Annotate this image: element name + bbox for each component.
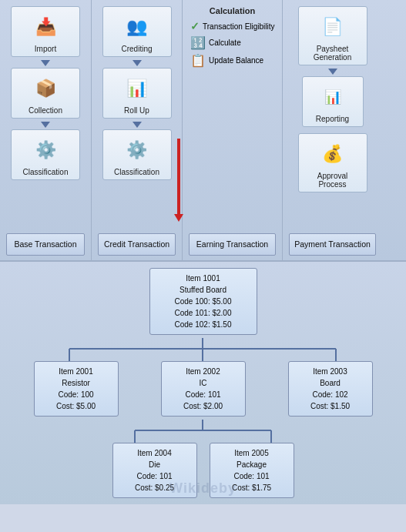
paysheet-box: 📄 Paysheet Generation (298, 6, 367, 65)
node2003-line1: Item 2003 (294, 366, 367, 377)
reporting-box: 📊 Reporting (302, 76, 364, 127)
classification-label1: Classification (16, 168, 75, 176)
node2005-line2: Package (215, 459, 289, 470)
classification-label2: Classification (108, 168, 166, 176)
credit-transaction-label: Credit Transaction (104, 239, 169, 249)
approval-label: Approval Process (304, 172, 362, 189)
tree-level2: Item 2004 Die Code: 101 Cost: $0.25 Item… (0, 443, 406, 498)
arrow2 (41, 122, 50, 128)
arrow5 (328, 69, 337, 75)
earning-transaction-label: Earning Transaction (196, 239, 268, 249)
root-line4: Code 101: $2.00 (155, 307, 252, 319)
node2004-line1: Item 2004 (118, 447, 192, 459)
base-transaction-box: Base Transaction (6, 233, 85, 256)
import-icon: 📥 (29, 12, 62, 42)
base-transaction-label: Base Transaction (14, 239, 76, 249)
classification-box1: ⚙️ Classification (11, 129, 80, 180)
node2001-line4: Cost: $5.00 (39, 400, 113, 412)
node2001-line2: Resistor (39, 377, 113, 389)
approval-box: 💰 Approval Process (298, 133, 367, 192)
import-box: 📥 Import (11, 6, 80, 57)
calculate-row: 🔢 Calculate (186, 35, 279, 50)
rollup-box: 📊 Roll Up (102, 68, 172, 119)
tree-level0: Item 1001 Stuffed Board Code 100: $5.00 … (0, 268, 406, 335)
node2005-line1: Item 2005 (215, 447, 289, 459)
tree-node-2003: Item 2003 Board Code: 102 Cost: $1.50 (288, 361, 373, 417)
connector-svg-1 (0, 338, 406, 361)
reporting-approval-row: 📊 Reporting (286, 69, 379, 130)
connector-svg-2 (0, 420, 406, 443)
collection-icon: 📦 (29, 73, 62, 104)
reporting-label: Reporting (307, 115, 358, 123)
tree-level1: Item 2001 Resistor Code: 100 Cost: $5.00… (0, 361, 406, 417)
root-line2: Stuffed Board (155, 284, 252, 296)
tree-node-2002: Item 2002 IC Code: 101 Cost: $2.00 (161, 361, 246, 417)
crediting-icon: 👥 (120, 12, 154, 42)
tree-node-2005: Item 2005 Package Code: 101 Cost: $1.75 (210, 443, 294, 498)
tree-root-node: Item 1001 Stuffed Board Code 100: $5.00 … (149, 268, 257, 335)
payment-transaction-label: Payment Transaction (294, 239, 371, 249)
collection-box: 📦 Collection (11, 68, 80, 119)
classification-icon2: ⚙️ (120, 135, 154, 166)
tree-node-2004: Item 2004 Die Code: 101 Cost: $0.25 (112, 443, 197, 498)
root-line1: Item 1001 (155, 273, 252, 284)
rollup-label: Roll Up (108, 106, 166, 115)
crediting-box: 👥 Crediting (102, 6, 172, 57)
eligibility-check-icon: ✓ (190, 20, 200, 32)
node2002-line1: Item 2002 (166, 366, 240, 377)
col-earning: Calculation ✓ Transaction Eligibility 🔢 … (182, 0, 282, 260)
red-arrow-v (177, 139, 180, 216)
node2002-line4: Cost: $2.00 (166, 400, 240, 412)
arrow3 (133, 60, 142, 66)
node2001-line3: Code: 100 (39, 389, 113, 400)
classification-box2: ⚙️ Classification (102, 129, 172, 180)
node2005-line3: Code: 101 (215, 470, 289, 482)
crediting-label: Crediting (108, 45, 166, 53)
reporting-col: 📊 Reporting (286, 69, 379, 130)
node2003-line2: Board (294, 377, 367, 389)
col-payment: 📄 Paysheet Generation 📊 Reporting 💰 Appr… (282, 0, 382, 260)
node2002-line2: IC (166, 377, 240, 389)
collection-label: Collection (16, 106, 75, 115)
calculate-icon: 🔢 (190, 35, 206, 50)
reporting-icon: 📊 (316, 82, 350, 112)
node2001-line1: Item 2001 (39, 366, 113, 377)
balance-row: 📋 Update Balance (186, 53, 279, 68)
balance-label: Update Balance (209, 56, 263, 65)
eligibility-row: ✓ Transaction Eligibility (186, 20, 279, 32)
node2003-line3: Code: 102 (294, 389, 367, 400)
import-label: Import (16, 45, 75, 53)
col-base: 📥 Import 📦 Collection ⚙️ Classification … (0, 0, 91, 260)
classification-icon1: ⚙️ (29, 135, 62, 166)
approval-icon: 💰 (316, 139, 350, 169)
earning-transaction-box: Earning Transaction (189, 233, 276, 256)
connector-root-l1 (0, 338, 406, 361)
node2004-line4: Cost: $0.25 (118, 482, 192, 494)
tree-node-2001: Item 2001 Resistor Code: 100 Cost: $5.00 (34, 361, 119, 417)
rollup-icon: 📊 (120, 73, 154, 104)
eligibility-label: Transaction Eligibility (203, 22, 275, 31)
node2002-line3: Code: 101 (166, 389, 240, 400)
root-line5: Code 102: $1.50 (155, 319, 252, 330)
payment-transaction-box: Payment Transaction (289, 233, 376, 256)
calculate-label: Calculate (209, 38, 241, 47)
paysheet-label: Paysheet Generation (304, 45, 362, 62)
calculation-title: Calculation (210, 6, 255, 15)
col-credit: 👥 Crediting 📊 Roll Up ⚙️ Classification … (91, 0, 182, 260)
node2004-line3: Code: 101 (118, 470, 192, 482)
node2004-line2: Die (118, 459, 192, 470)
root-line3: Code 100: $5.00 (155, 296, 252, 307)
connector-l1-l2 (0, 420, 406, 443)
node2005-line4: Cost: $1.75 (215, 482, 289, 494)
node2003-line4: Cost: $1.50 (294, 400, 367, 412)
flow-diagram: 📥 Import 📦 Collection ⚙️ Classification … (0, 0, 406, 262)
arrow1 (41, 60, 50, 66)
arrow4 (133, 122, 142, 128)
tree-diagram: Item 1001 Stuffed Board Code 100: $5.00 … (0, 262, 406, 504)
balance-icon: 📋 (190, 53, 206, 68)
paysheet-icon: 📄 (316, 12, 350, 42)
credit-transaction-box: Credit Transaction (98, 233, 176, 256)
